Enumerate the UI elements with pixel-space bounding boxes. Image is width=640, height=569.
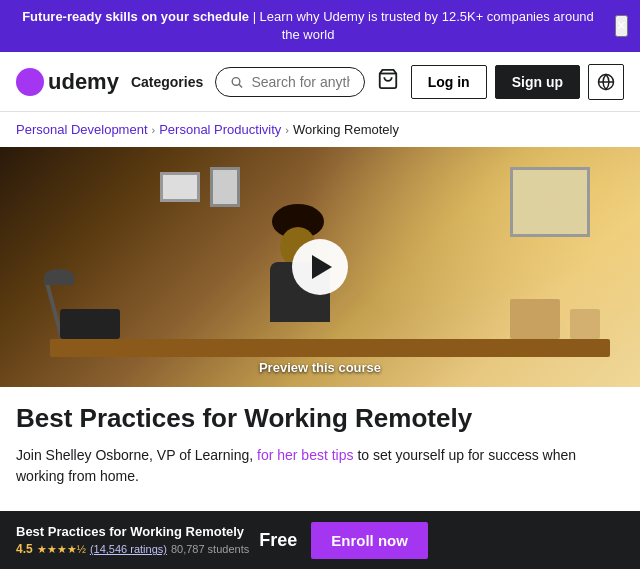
sticky-course-title: Best Practices for Working Remotely xyxy=(16,524,249,541)
main-content: Best Practices for Working Remotely Join… xyxy=(0,387,640,486)
svg-point-0 xyxy=(232,77,240,85)
window-decor xyxy=(510,167,590,237)
sticky-course-meta: Best Practices for Working Remotely 4.5 … xyxy=(16,524,249,557)
desc-start: Join Shelley Osborne, VP of Learning, xyxy=(16,447,253,463)
box1-decor xyxy=(510,299,560,339)
students-count: 80,787 students xyxy=(171,543,249,555)
svg-line-1 xyxy=(239,84,242,87)
sticky-cta: Free Enroll now xyxy=(259,522,428,559)
desk-decor xyxy=(50,339,610,357)
search-icon xyxy=(230,74,243,90)
breadcrumb: Personal Development › Personal Producti… xyxy=(0,112,640,147)
enroll-button[interactable]: Enroll now xyxy=(311,522,428,559)
signup-button[interactable]: Sign up xyxy=(495,65,580,99)
search-input[interactable] xyxy=(251,74,349,90)
rating-number: 4.5 xyxy=(16,542,33,556)
star-rating: ★★★★½ xyxy=(37,543,86,556)
course-preview-video[interactable]: Preview this course xyxy=(0,147,640,387)
globe-icon xyxy=(597,73,615,91)
language-button[interactable] xyxy=(588,64,624,100)
categories-button[interactable]: Categories xyxy=(131,74,203,90)
breadcrumb-level3: Working Remotely xyxy=(293,122,399,137)
desc-highlight: for her best tips xyxy=(253,447,353,463)
lamp-head xyxy=(44,269,74,285)
header: udemy Categories Log in Sign up xyxy=(0,52,640,112)
breadcrumb-sep2: › xyxy=(285,124,289,136)
promo-banner: Future-ready skills on your schedule | L… xyxy=(0,0,640,52)
breadcrumb-level2[interactable]: Personal Productivity xyxy=(159,122,281,137)
search-bar[interactable] xyxy=(215,67,364,97)
printer-decor xyxy=(60,309,120,339)
logo[interactable]: udemy xyxy=(16,68,119,96)
logo-text: udemy xyxy=(48,69,119,95)
price-label: Free xyxy=(259,530,297,551)
sticky-rating: 4.5 ★★★★½ (14,546 ratings) 80,787 studen… xyxy=(16,542,249,556)
frame2-decor xyxy=(210,167,240,207)
breadcrumb-sep1: › xyxy=(152,124,156,136)
box2-decor xyxy=(570,309,600,339)
sticky-enrollment-bar: Best Practices for Working Remotely 4.5 … xyxy=(0,511,640,569)
frame1-decor xyxy=(160,172,200,202)
breadcrumb-level1[interactable]: Personal Development xyxy=(16,122,148,137)
login-button[interactable]: Log in xyxy=(411,65,487,99)
header-actions: Log in Sign up xyxy=(411,64,624,100)
preview-label: Preview this course xyxy=(259,360,381,375)
course-description: Join Shelley Osborne, VP of Learning, fo… xyxy=(16,445,624,487)
banner-text: Future-ready skills on your schedule | L… xyxy=(16,8,600,44)
course-title: Best Practices for Working Remotely xyxy=(16,403,624,434)
play-button[interactable] xyxy=(292,239,348,295)
cart-icon[interactable] xyxy=(377,68,399,96)
rating-count[interactable]: (14,546 ratings) xyxy=(90,543,167,555)
logo-icon xyxy=(16,68,44,96)
banner-close-button[interactable]: × xyxy=(615,15,628,37)
